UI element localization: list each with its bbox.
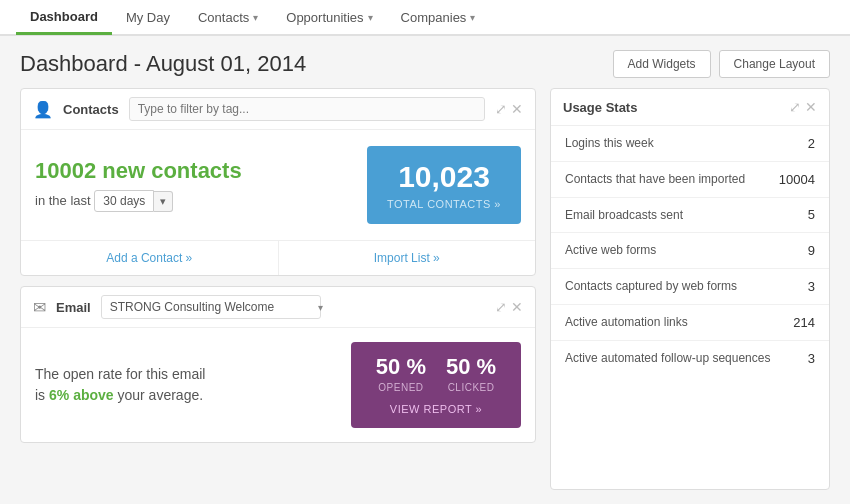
days-filter: 30 days ▾	[94, 190, 173, 212]
email-widget-header: ✉ Email STRONG Consulting Welcome ▾ ⤢ ✕	[21, 287, 535, 328]
email-opened-stat: 50 % OPENED	[376, 354, 426, 393]
add-widgets-button[interactable]: Add Widgets	[613, 50, 711, 78]
usage-stats-title: Usage Stats	[563, 100, 637, 115]
email-opened-pct: 50 %	[376, 354, 426, 380]
usage-stats-widget: Usage Stats ⤢ ✕ Logins this week 2 Conta…	[550, 88, 830, 490]
tag-filter-input[interactable]	[129, 97, 485, 121]
contacts-widget-title: Contacts	[63, 102, 119, 117]
usage-row-label: Email broadcasts sent	[565, 207, 808, 224]
email-clicked-stat: 50 % CLICKED	[446, 354, 496, 393]
days-dropdown-arrow[interactable]: ▾	[154, 191, 173, 212]
chevron-down-icon: ▾	[253, 12, 258, 23]
usage-row-label: Active automated follow-up sequences	[565, 350, 808, 367]
email-stats-row: 50 % OPENED 50 % CLICKED	[361, 354, 511, 393]
contacts-widget-controls: ⤢ ✕	[495, 101, 523, 117]
usage-stats-row: Email broadcasts sent 5	[551, 198, 829, 234]
expand-icon[interactable]: ⤢	[495, 299, 507, 315]
change-layout-button[interactable]: Change Layout	[719, 50, 830, 78]
nav-opportunities[interactable]: Opportunities ▾	[272, 2, 386, 33]
contacts-filter	[129, 97, 485, 121]
email-widget-body: The open rate for this email is 6% above…	[21, 328, 535, 442]
email-widget: ✉ Email STRONG Consulting Welcome ▾ ⤢ ✕ …	[20, 286, 536, 443]
days-input[interactable]: 30 days	[94, 190, 154, 212]
nav-companies-label: Companies	[401, 10, 467, 25]
usage-stats-header: Usage Stats ⤢ ✕	[551, 89, 829, 126]
total-contacts-label: TOTAL CONTACTS »	[387, 198, 501, 210]
contacts-widget: 👤 Contacts ⤢ ✕ 10002 new contacts in the…	[20, 88, 536, 276]
usage-widget-controls: ⤢ ✕	[789, 99, 817, 115]
email-stats-box[interactable]: 50 % OPENED 50 % CLICKED VIEW REPORT »	[351, 342, 521, 428]
usage-stats-row: Contacts captured by web forms 3	[551, 269, 829, 305]
in-last-label: in the last	[35, 193, 91, 208]
usage-row-value: 214	[793, 315, 815, 330]
chevron-down-icon: ▾	[470, 12, 475, 23]
email-widget-controls: ⤢ ✕	[495, 299, 523, 315]
email-open-rate-text: The open rate for this email is 6% above…	[35, 364, 335, 406]
chevron-down-icon: ▾	[368, 12, 373, 23]
close-icon[interactable]: ✕	[511, 101, 523, 117]
usage-stats-row: Active automation links 214	[551, 305, 829, 341]
email-highlight: 6% above	[49, 387, 114, 403]
usage-row-value: 10004	[779, 172, 815, 187]
expand-icon[interactable]: ⤢	[495, 101, 507, 117]
main-layout: 👤 Contacts ⤢ ✕ 10002 new contacts in the…	[0, 88, 850, 504]
usage-stats-body: Logins this week 2 Contacts that have be…	[551, 126, 829, 376]
expand-icon[interactable]: ⤢	[789, 99, 801, 115]
contacts-widget-footer: Add a Contact » Import List »	[21, 240, 535, 275]
usage-stats-row: Contacts that have been imported 10004	[551, 162, 829, 198]
nav-myday[interactable]: My Day	[112, 2, 184, 33]
nav-contacts[interactable]: Contacts ▾	[184, 2, 272, 33]
usage-row-label: Logins this week	[565, 135, 808, 152]
total-contacts-number: 10,023	[387, 160, 501, 194]
import-list-button[interactable]: Import List »	[279, 241, 536, 275]
top-navigation: Dashboard My Day Contacts ▾ Opportunitie…	[0, 0, 850, 36]
page-title: Dashboard - August 01, 2014	[20, 51, 306, 77]
email-clicked-label: CLICKED	[446, 382, 496, 393]
nav-contacts-label: Contacts	[198, 10, 249, 25]
contacts-widget-body: 10002 new contacts in the last 30 days ▾…	[21, 130, 535, 240]
nav-opportunities-label: Opportunities	[286, 10, 363, 25]
nav-myday-label: My Day	[126, 10, 170, 25]
usage-row-label: Active automation links	[565, 314, 793, 331]
close-icon[interactable]: ✕	[511, 299, 523, 315]
nav-dashboard[interactable]: Dashboard	[16, 1, 112, 35]
usage-row-value: 9	[808, 243, 815, 258]
page-header: Dashboard - August 01, 2014 Add Widgets …	[0, 36, 850, 88]
usage-row-label: Contacts captured by web forms	[565, 278, 808, 295]
new-contacts-sublabel: in the last 30 days ▾	[35, 186, 353, 212]
nav-dashboard-label: Dashboard	[30, 9, 98, 24]
email-text-1: The open rate for this email	[35, 366, 205, 382]
total-contacts-box[interactable]: 10,023 TOTAL CONTACTS »	[367, 146, 521, 224]
email-text-2: is	[35, 387, 45, 403]
usage-row-value: 3	[808, 351, 815, 366]
add-contact-button[interactable]: Add a Contact »	[21, 241, 279, 275]
right-column: Usage Stats ⤢ ✕ Logins this week 2 Conta…	[550, 88, 830, 490]
left-column: 👤 Contacts ⤢ ✕ 10002 new contacts in the…	[20, 88, 536, 490]
view-report-button[interactable]: VIEW REPORT »	[390, 403, 482, 415]
usage-row-label: Contacts that have been imported	[565, 171, 779, 188]
usage-stats-row: Logins this week 2	[551, 126, 829, 162]
contacts-widget-header: 👤 Contacts ⤢ ✕	[21, 89, 535, 130]
email-select-wrapper: STRONG Consulting Welcome ▾	[101, 295, 331, 319]
header-actions: Add Widgets Change Layout	[613, 50, 830, 78]
email-widget-title: Email	[56, 300, 91, 315]
contacts-stats-left: 10002 new contacts in the last 30 days ▾	[35, 158, 353, 212]
contacts-icon: 👤	[33, 100, 53, 119]
new-contacts-count: 10002 new contacts	[35, 158, 353, 184]
usage-stats-row: Active automated follow-up sequences 3	[551, 341, 829, 376]
usage-row-label: Active web forms	[565, 242, 808, 259]
email-select[interactable]: STRONG Consulting Welcome	[101, 295, 321, 319]
email-icon: ✉	[33, 298, 46, 317]
email-clicked-pct: 50 %	[446, 354, 496, 380]
usage-row-value: 3	[808, 279, 815, 294]
usage-stats-row: Active web forms 9	[551, 233, 829, 269]
usage-row-value: 2	[808, 136, 815, 151]
email-opened-label: OPENED	[376, 382, 426, 393]
usage-row-value: 5	[808, 207, 815, 222]
nav-companies[interactable]: Companies ▾	[387, 2, 490, 33]
email-text-3: your average.	[118, 387, 204, 403]
close-icon[interactable]: ✕	[805, 99, 817, 115]
